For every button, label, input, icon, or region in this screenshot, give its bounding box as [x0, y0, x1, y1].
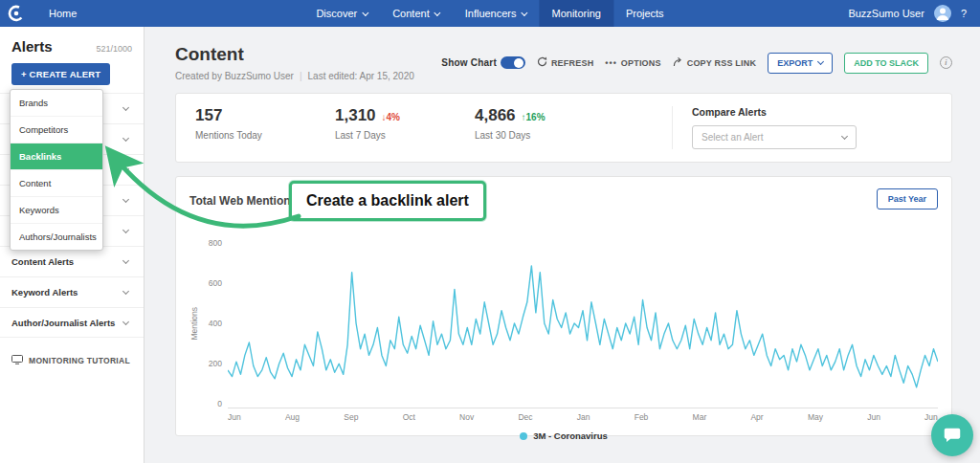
chevron-down-icon: [434, 9, 441, 15]
nav-item-discover[interactable]: Discover: [303, 0, 380, 27]
created-by-text: Created by BuzzSumo User: [175, 71, 294, 81]
stat-label: Last 30 Days: [475, 130, 614, 141]
chart-card: Total Web Mentions Past Year Create a ba…: [175, 176, 952, 436]
dropdown-item-content[interactable]: Content: [11, 170, 102, 197]
monitoring-tutorial-link[interactable]: MONITORING TUTORIAL: [0, 355, 144, 366]
sidebar: Alerts 521/1000 + CREATE ALERT Backlink …: [0, 27, 145, 463]
stat-value: 4,866: [475, 106, 516, 125]
y-tick-label: 400: [209, 319, 222, 328]
options-button[interactable]: ••• OPTIONS: [605, 58, 660, 68]
section-label: Content Alerts: [11, 256, 74, 267]
rss-link-icon: [673, 56, 683, 69]
nav-item-monitoring[interactable]: Monitoring: [540, 0, 613, 27]
stat-label: Mentions Today: [195, 130, 335, 141]
show-chart-label: Show Chart: [441, 57, 497, 68]
main-content: Content Created by BuzzSumo User|Last ed…: [145, 27, 980, 463]
refresh-icon: [537, 56, 547, 69]
y-axis-label: Mentions: [189, 307, 201, 341]
buzzsumo-logo-icon[interactable]: [7, 4, 26, 23]
create-alert-button[interactable]: + CREATE ALERT: [11, 63, 110, 85]
x-tick-label: Apr: [750, 412, 763, 422]
select-alert-dropdown[interactable]: Select an Alert: [692, 125, 857, 149]
sidebar-title: Alerts: [11, 38, 53, 55]
x-tick-label: Feb: [635, 412, 649, 422]
chart-legend[interactable]: 3M - Coronavirus: [189, 430, 938, 441]
nav-projects-label: Projects: [626, 8, 664, 19]
chart-title: Total Web Mentions: [189, 194, 297, 208]
stat-last-30-days: 4,866 ↑16% Last 30 Days: [475, 106, 614, 149]
past-year-button[interactable]: Past Year: [877, 188, 938, 209]
x-tick-label: Dec: [518, 412, 532, 422]
x-tick-label: Jan: [577, 412, 590, 422]
x-tick-label: May: [808, 412, 823, 422]
create-alert-dropdown: Brands Competitors Backlinks Content Key…: [10, 89, 103, 251]
chat-icon: [942, 425, 963, 446]
select-alert-placeholder: Select an Alert: [702, 132, 763, 143]
alerts-quota: 521/1000: [96, 44, 132, 54]
help-icon[interactable]: ?: [961, 8, 967, 19]
y-axis-ticks: 8006004002000: [201, 238, 228, 408]
nav-monitoring-label: Monitoring: [552, 8, 601, 19]
chevron-down-icon: [122, 288, 129, 295]
dropdown-item-keywords[interactable]: Keywords: [11, 197, 102, 224]
chart-body: Mentions 8006004002000: [189, 238, 938, 408]
nav-item-home[interactable]: Home: [35, 0, 90, 27]
dropdown-item-authors-journalists[interactable]: Authors/Journalists: [11, 224, 102, 250]
x-axis-ticks: JunAugSepOctNovDecJanFebMarAprMayJunJun: [228, 412, 938, 422]
stat-label: Last 7 Days: [335, 130, 475, 141]
chevron-down-icon: [122, 318, 129, 324]
compare-alerts-label: Compare Alerts: [692, 106, 932, 118]
chat-bubble-button[interactable]: [931, 414, 973, 456]
copy-rss-link-button[interactable]: COPY RSS LINK: [673, 56, 756, 69]
page-title: Content: [175, 44, 414, 65]
x-tick-label: Sep: [344, 412, 358, 422]
y-tick-label: 600: [209, 278, 222, 288]
section-label: Keyword Alerts: [11, 287, 78, 298]
nav-item-content[interactable]: Content: [380, 0, 453, 27]
x-tick-label: Aug: [285, 412, 300, 422]
mentions-line-chart: [228, 238, 938, 408]
toolbar: Show Chart REFRESH ••• OPTIONS COPY RSS …: [441, 53, 952, 74]
avatar[interactable]: [934, 5, 951, 22]
x-tick-label: Oct: [403, 412, 415, 422]
nav-home-label: Home: [49, 8, 77, 19]
sidebar-section-author-journalist-alerts[interactable]: Author/Journalist Alerts: [0, 307, 144, 338]
x-tick-label: Jun: [228, 412, 241, 422]
chevron-down-icon: [122, 227, 129, 233]
stat-last-7-days: 1,310 ↓4% Last 7 Days: [335, 106, 475, 149]
chevron-down-icon: [122, 165, 129, 172]
chevron-down-icon: [362, 9, 368, 15]
chevron-down-icon: [841, 133, 848, 140]
nav-item-influencers[interactable]: Influencers: [453, 0, 540, 27]
chevron-down-icon: [122, 257, 129, 264]
refresh-label: REFRESH: [551, 58, 593, 68]
y-tick-label: 0: [217, 399, 222, 408]
add-to-slack-button[interactable]: ADD TO SLACK: [844, 53, 928, 74]
monitor-icon: [11, 355, 23, 366]
x-tick-label: Mar: [693, 412, 707, 422]
refresh-button[interactable]: REFRESH: [537, 56, 593, 69]
nav-influencers-label: Influencers: [465, 8, 517, 19]
show-chart-toggle[interactable]: [501, 56, 525, 69]
dropdown-item-brands[interactable]: Brands: [11, 90, 102, 117]
delta-value: 4%: [387, 112, 400, 122]
chevron-down-icon: [122, 104, 129, 111]
nav-content-label: Content: [392, 8, 430, 19]
meta-divider: |: [300, 71, 302, 81]
nav-center: Discover Content Influencers Monitoring …: [303, 0, 676, 27]
chevron-down-icon: [122, 196, 129, 203]
chevron-down-icon: [817, 58, 824, 65]
sidebar-section-keyword-alerts[interactable]: Keyword Alerts: [0, 276, 144, 307]
slack-label: ADD TO SLACK: [854, 58, 919, 68]
nav-item-projects[interactable]: Projects: [613, 0, 677, 27]
info-icon[interactable]: i: [940, 56, 952, 69]
dropdown-item-backlinks[interactable]: Backlinks: [11, 143, 102, 170]
legend-dot: [520, 432, 527, 440]
user-name[interactable]: BuzzSumo User: [848, 8, 924, 19]
page-meta: Created by BuzzSumo User|Last edited: Ap…: [175, 71, 414, 81]
export-button[interactable]: EXPORT: [768, 53, 833, 74]
dropdown-item-competitors[interactable]: Competitors: [11, 117, 102, 143]
stat-value: 1,310: [335, 106, 376, 125]
tutorial-label: MONITORING TUTORIAL: [29, 356, 130, 365]
delta-value: 16%: [526, 112, 546, 122]
